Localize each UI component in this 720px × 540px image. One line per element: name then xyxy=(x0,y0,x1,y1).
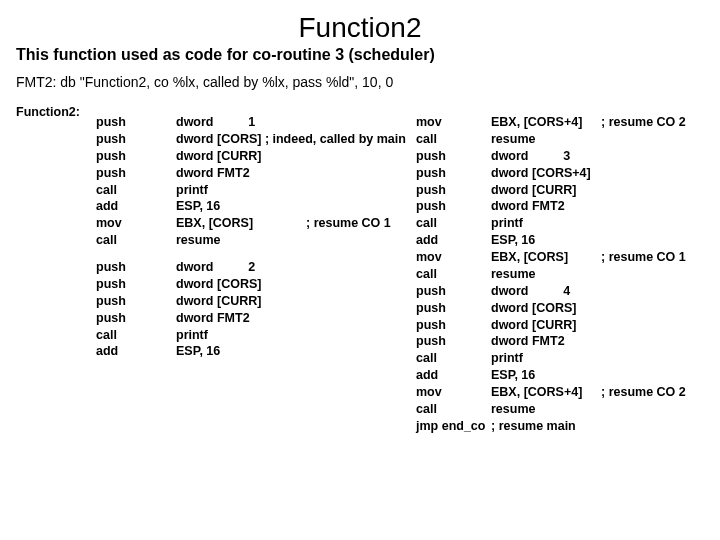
function-label: Function2: xyxy=(16,104,80,121)
b2-ops: dword 2 dword [CORS] dword [CURR] dword … xyxy=(176,259,261,360)
r-comments: ; resume CO 2 ; resume CO 1 ; resume CO … xyxy=(601,114,686,418)
r-ops: EBX, [CORS+4] resume dword 3 dword [CORS… xyxy=(491,114,591,435)
page-title: Function2 xyxy=(16,12,704,44)
fmt-line: FMT2: db "Function2, co %lx, called by %… xyxy=(16,74,704,90)
slide: Function2 This function used as code for… xyxy=(0,0,720,540)
b1-instr: push push push push call add mov call xyxy=(96,114,126,249)
page-subtitle: This function used as code for co-routin… xyxy=(16,46,704,64)
b1-comments: ; resume CO 1 xyxy=(306,114,391,232)
b2-instr: push push push push call add xyxy=(96,259,126,360)
r-instr: mov call push push push push call add mo… xyxy=(416,114,485,435)
